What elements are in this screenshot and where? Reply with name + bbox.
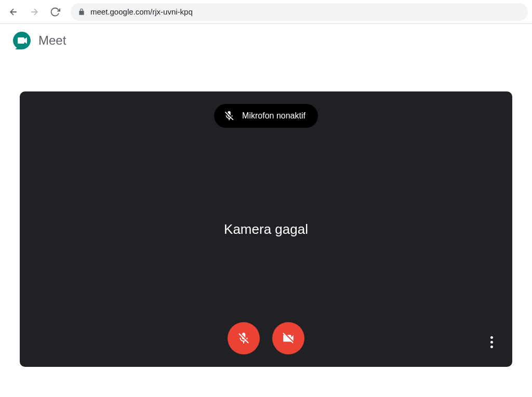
- back-button[interactable]: [4, 3, 23, 21]
- address-bar[interactable]: meet.google.com/rjx-uvni-kpq: [71, 3, 528, 21]
- lock-icon: [78, 8, 85, 16]
- arrow-right-icon: [29, 7, 39, 17]
- camera-status-text: Kamera gagal: [224, 221, 308, 237]
- toggle-camera-button[interactable]: [272, 322, 304, 354]
- arrow-left-icon: [8, 7, 19, 17]
- video-controls: [228, 322, 304, 354]
- more-vert-icon: [490, 336, 493, 348]
- meet-logo-icon: [12, 30, 33, 51]
- app-title: Meet: [38, 33, 66, 48]
- toggle-mic-button[interactable]: [228, 322, 260, 354]
- svg-rect-1: [18, 37, 24, 44]
- mic-off-icon: [237, 332, 250, 345]
- mic-status-text: Mikrofon nonaktif: [242, 111, 305, 121]
- more-options-button[interactable]: [481, 332, 502, 352]
- camera-off-icon: [282, 332, 295, 345]
- url-text: meet.google.com/rjx-uvni-kpq: [90, 7, 193, 16]
- mic-status-pill: Mikrofon nonaktif: [214, 104, 318, 128]
- browser-nav-bar: meet.google.com/rjx-uvni-kpq: [0, 0, 532, 24]
- mic-off-icon: [223, 110, 235, 122]
- video-container: Mikrofon nonaktif Kamera gagal: [20, 91, 512, 367]
- video-preview-panel: Mikrofon nonaktif Kamera gagal: [20, 91, 512, 367]
- reload-icon: [50, 7, 60, 17]
- app-header: Meet: [0, 24, 532, 51]
- forward-button[interactable]: [25, 3, 44, 21]
- reload-button[interactable]: [46, 3, 64, 21]
